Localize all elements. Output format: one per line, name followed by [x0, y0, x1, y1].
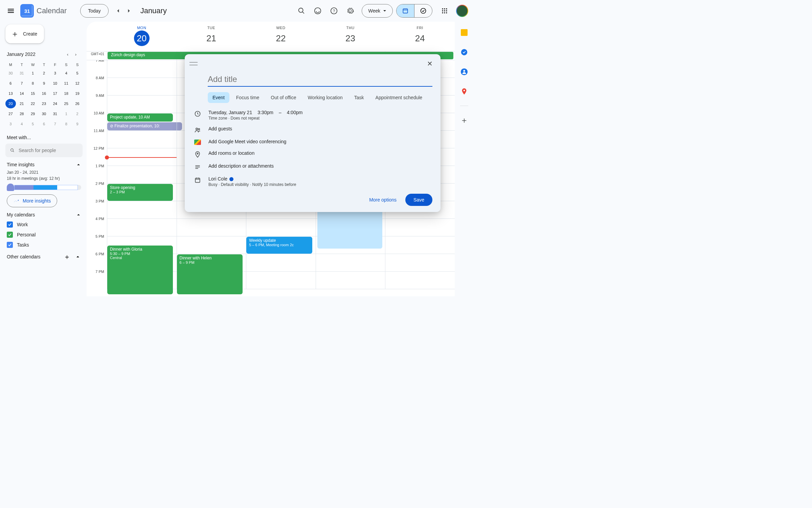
checkbox-icon[interactable] [7, 232, 13, 238]
more-insights-button[interactable]: More insights [7, 194, 57, 207]
search-people-field[interactable] [5, 144, 83, 157]
more-options-button[interactable]: More options [364, 194, 401, 206]
mini-cal-date[interactable]: 24 [50, 99, 60, 108]
tasks-mode-button[interactable] [414, 4, 432, 17]
mini-cal-date[interactable]: 1 [61, 109, 71, 119]
my-calendars-header[interactable]: My calendars [5, 210, 83, 219]
account-avatar[interactable] [456, 5, 468, 17]
popup-description-row[interactable]: Add description or attachments [185, 161, 441, 173]
mini-cal-date[interactable]: 3 [5, 119, 16, 129]
mini-cal-date[interactable]: 22 [28, 99, 38, 108]
calendar-event[interactable]: ⊘ Finalize presentation, 10: [107, 122, 182, 130]
mini-cal-date[interactable]: 9 [39, 79, 49, 88]
mini-cal-date[interactable]: 6 [5, 79, 16, 88]
day-header[interactable]: FRI24 [385, 22, 455, 51]
mini-cal-date[interactable]: 21 [17, 99, 27, 108]
mini-cal-next[interactable]: › [72, 50, 80, 58]
popup-time-row[interactable]: Tuesday, January 21 3:30pm – 4:00pm Time… [185, 107, 441, 123]
logo[interactable]: 31 Calendar [20, 4, 67, 18]
time-insights-header[interactable]: Time insights [5, 160, 83, 169]
checkbox-icon[interactable] [7, 221, 13, 228]
next-period-button[interactable] [123, 5, 134, 16]
mini-cal-date[interactable]: 4 [61, 68, 71, 78]
mini-cal-date[interactable]: 28 [17, 109, 27, 119]
contacts-icon[interactable] [457, 65, 471, 79]
calendar-event[interactable]: Dinner with Gloria5:30 – 9 PMCentral [107, 246, 173, 294]
get-addons-button[interactable]: ＋ [457, 113, 471, 127]
mini-cal-date[interactable]: 2 [72, 109, 83, 119]
popup-close-button[interactable]: ✕ [424, 58, 436, 70]
day-header[interactable]: THU23 [316, 22, 385, 51]
mini-cal-date[interactable]: 8 [61, 119, 71, 129]
popup-organizer-row[interactable]: Lori Cole Busy · Default visibility · No… [185, 173, 441, 190]
calendar-list-item[interactable]: Work [5, 219, 83, 230]
calendar-event[interactable]: Store opening2 – 3 PM [107, 184, 173, 201]
other-calendars-expand[interactable] [73, 252, 83, 261]
search-button[interactable] [295, 4, 308, 18]
mini-cal-date[interactable]: 27 [5, 109, 16, 119]
status-button[interactable] [311, 4, 324, 18]
mini-cal-date[interactable]: 14 [17, 89, 27, 98]
today-button[interactable]: Today [80, 4, 108, 18]
mini-cal-date[interactable]: 16 [39, 89, 49, 98]
popup-location-row[interactable]: Add rooms or location [185, 148, 441, 161]
mini-cal-date[interactable]: 31 [50, 109, 60, 119]
mini-cal-date[interactable]: 5 [72, 68, 83, 78]
popup-guests-row[interactable]: Add guests [185, 123, 441, 136]
mini-cal-date[interactable]: 8 [28, 79, 38, 88]
day-column-mon[interactable]: Project update, 10 AM⊘ Finalize presenta… [107, 60, 177, 289]
create-button[interactable]: ＋ Create [5, 24, 44, 43]
mini-cal-date[interactable]: 18 [61, 89, 71, 98]
mini-cal-date[interactable]: 23 [39, 99, 49, 108]
mini-cal-date[interactable]: 29 [28, 109, 38, 119]
mini-cal-date[interactable]: 12 [72, 79, 83, 88]
mini-cal-date[interactable]: 20 [5, 99, 16, 108]
mini-cal-date[interactable]: 11 [61, 79, 71, 88]
search-people-input[interactable] [19, 148, 78, 153]
event-title-input[interactable] [208, 72, 432, 87]
calendar-event[interactable]: Weekly update5 – 6 PM, Meeting room 2c [246, 237, 312, 254]
mini-cal-date[interactable]: 30 [5, 68, 16, 78]
mini-cal-date[interactable]: 25 [61, 99, 71, 108]
event-type-tab[interactable]: Appointment schedule [371, 92, 427, 103]
mini-cal-date[interactable]: 10 [50, 79, 60, 88]
event-type-tab[interactable]: Event [208, 92, 229, 103]
prev-period-button[interactable] [113, 5, 123, 16]
calendar-list-item[interactable]: Tasks [5, 240, 83, 250]
event-type-tab[interactable]: Working location [303, 92, 347, 103]
keep-icon[interactable] [457, 26, 471, 39]
time-selection[interactable] [317, 210, 382, 249]
mini-cal-date[interactable]: 5 [28, 119, 38, 129]
checkbox-icon[interactable] [7, 242, 13, 248]
mini-cal-prev[interactable]: ‹ [64, 50, 72, 58]
mini-cal-date[interactable]: 26 [72, 99, 83, 108]
mini-cal-date[interactable]: 7 [17, 79, 27, 88]
mini-cal-date[interactable]: 7 [50, 119, 60, 129]
mini-cal-date[interactable]: 3 [50, 68, 60, 78]
settings-button[interactable] [343, 4, 357, 18]
day-header[interactable]: TUE21 [177, 22, 246, 51]
calendar-event[interactable]: Project update, 10 AM [107, 113, 173, 122]
day-header[interactable]: MON20 [107, 22, 177, 51]
support-button[interactable]: ? [327, 4, 341, 18]
mini-cal-date[interactable]: 4 [17, 119, 27, 129]
mini-cal-date[interactable]: 30 [39, 109, 49, 119]
popup-meet-row[interactable]: Add Google Meet video conferencing [185, 136, 441, 148]
view-selector[interactable]: Week [362, 4, 393, 18]
mini-cal-date[interactable]: 13 [5, 89, 16, 98]
tasks-panel-icon[interactable] [457, 45, 471, 59]
mini-cal-date[interactable]: 31 [17, 68, 27, 78]
maps-icon[interactable] [457, 85, 471, 98]
mini-cal-date[interactable]: 17 [50, 89, 60, 98]
save-button[interactable]: Save [405, 194, 432, 206]
drag-handle-icon[interactable] [189, 62, 198, 65]
calendar-event[interactable]: Dinner with Helen6 – 9 PM [177, 254, 243, 294]
mini-cal-date[interactable]: 15 [28, 89, 38, 98]
other-calendars-header[interactable]: Other calendars ＋ [5, 250, 83, 263]
mini-cal-date[interactable]: 2 [39, 68, 49, 78]
mini-cal-date[interactable]: 19 [72, 89, 83, 98]
main-menu-button[interactable] [3, 3, 19, 19]
event-type-tab[interactable]: Focus time [231, 92, 264, 103]
mini-cal-date[interactable]: 1 [28, 68, 38, 78]
calendar-list-item[interactable]: Personal [5, 230, 83, 240]
